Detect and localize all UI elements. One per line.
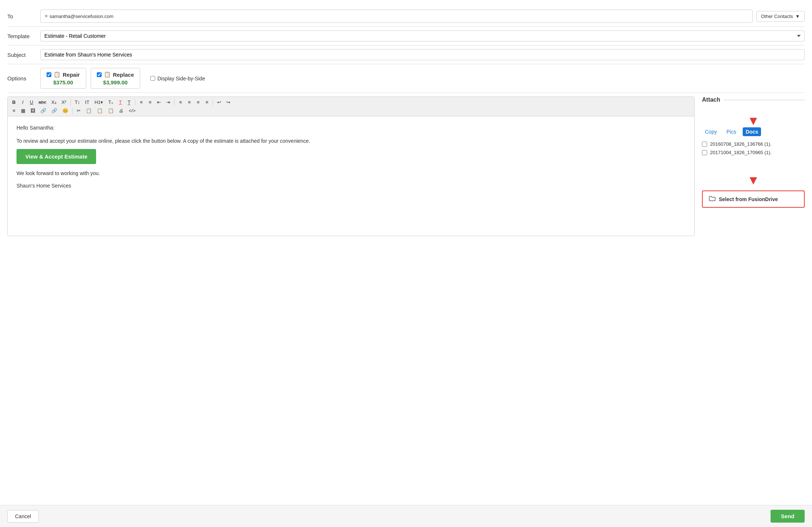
email-tag: ✕ samantha@servicefusion.com: [44, 14, 113, 19]
to-email-value: samantha@servicefusion.com: [50, 14, 113, 19]
greeting-text: Hello Samantha:: [17, 124, 685, 132]
option-replace-price: $3,999.00: [103, 79, 128, 86]
text-color-button[interactable]: T: [116, 98, 124, 106]
highlight-button[interactable]: T̲: [125, 98, 133, 106]
doc-checkbox-2[interactable]: [702, 150, 707, 155]
editor-body[interactable]: Hello Samantha: To review and accept you…: [8, 116, 694, 236]
heading-button[interactable]: H1▾: [92, 98, 106, 106]
align-left-button[interactable]: ≡: [176, 98, 184, 106]
toolbar-sep-5: [72, 108, 73, 114]
tab-pics[interactable]: Pics: [724, 127, 739, 136]
docs-list: 20160708_1826_136766 (1). 20171004_1826_…: [702, 141, 805, 155]
unlink-button[interactable]: 🔗: [49, 107, 59, 115]
other-contacts-button[interactable]: Other Contacts ▼: [756, 11, 805, 22]
bold-button[interactable]: B: [10, 98, 18, 106]
undo-button[interactable]: ↩: [215, 98, 223, 106]
paragraph-button[interactable]: ≡: [10, 107, 18, 115]
indent-button[interactable]: ⇥: [164, 98, 172, 106]
subject-input[interactable]: [40, 49, 805, 60]
cut-button[interactable]: ✂: [74, 107, 83, 115]
option-repair-card: 📋 Repair $375.00: [40, 68, 86, 89]
options-label: Options: [7, 75, 40, 81]
fusion-drive-button[interactable]: Select from FusionDrive: [702, 190, 805, 208]
strikethrough-button[interactable]: abc: [36, 98, 48, 106]
arrow-to-fusiondrive: [702, 166, 805, 185]
attach-panel: Attach Copy Pics Docs 20160708_1826_1367…: [702, 97, 805, 236]
remove-email-icon[interactable]: ✕: [44, 14, 48, 19]
template-label: Template: [7, 33, 40, 39]
subject-label: Subject: [7, 52, 40, 58]
toolbar-sep-1: [70, 99, 71, 106]
align-justify-button[interactable]: ≡: [203, 98, 211, 106]
view-accept-button[interactable]: View & Accept Estimate: [17, 149, 96, 164]
doc-filename-1: 20160708_1826_136766 (1).: [710, 141, 772, 147]
table-button[interactable]: ▦: [19, 107, 28, 115]
option-repair-price: $375.00: [53, 79, 73, 86]
attach-tabs: Copy Pics Docs: [702, 127, 805, 136]
other-contacts-chevron-icon: ▼: [795, 14, 800, 19]
option-repair-icon: 📋: [54, 71, 61, 78]
cancel-button[interactable]: Cancel: [7, 510, 39, 523]
italic-button[interactable]: I: [19, 98, 27, 106]
option-replace-checkbox[interactable]: [97, 72, 102, 77]
option-replace-card: 📋 Replace $3,999.00: [91, 68, 140, 89]
svg-marker-1: [750, 166, 757, 185]
paste-text-button[interactable]: 📋: [106, 107, 116, 115]
align-center-button[interactable]: ≡: [185, 98, 193, 106]
doc-item-2: 20171004_1826_170965 (1).: [702, 150, 805, 155]
redo-button[interactable]: ↪: [224, 98, 233, 106]
toolbar-row-1: B I U abc X₂ X² T↕ tT H1▾ Tₓ T T̲ ≡ ≡: [10, 98, 692, 106]
subscript-button[interactable]: X₂: [49, 98, 59, 106]
attach-divider: [723, 100, 805, 100]
underline-button[interactable]: U: [28, 98, 36, 106]
font-family-button[interactable]: tT: [83, 98, 92, 106]
doc-checkbox-1[interactable]: [702, 142, 707, 147]
copy-button[interactable]: 📋: [84, 107, 94, 115]
signature-text: Shaun's Home Services: [17, 182, 685, 190]
template-select[interactable]: Estimate - Retail Customer: [40, 30, 805, 41]
body1-text: To review and accept your estimate onlin…: [17, 137, 685, 145]
link-button[interactable]: 🔗: [38, 107, 48, 115]
superscript-button[interactable]: X²: [59, 98, 69, 106]
source-button[interactable]: </>: [127, 107, 138, 115]
toolbar-sep-2: [135, 99, 135, 106]
toolbar-sep-4: [213, 99, 213, 106]
svg-marker-0: [750, 107, 757, 125]
ol-button[interactable]: ≡: [146, 98, 154, 106]
toolbar-row-2: ≡ ▦ 🖼 🔗 🔗 😊 ✂ 📋 📋 📋 🖨 </>: [10, 107, 692, 115]
email-editor[interactable]: B I U abc X₂ X² T↕ tT H1▾ Tₓ T T̲ ≡ ≡: [7, 97, 695, 236]
tab-docs[interactable]: Docs: [743, 127, 761, 136]
doc-filename-2: 20171004_1826_170965 (1).: [710, 150, 772, 155]
arrow-to-docs: [702, 107, 805, 125]
clear-format-button[interactable]: Tₓ: [106, 98, 116, 106]
toolbar-sep-3: [174, 99, 175, 106]
print-button[interactable]: 🖨: [117, 107, 126, 115]
option-repair-name: Repair: [63, 72, 80, 78]
option-replace-name: Replace: [113, 72, 134, 78]
align-right-button[interactable]: ≡: [194, 98, 202, 106]
to-input-box[interactable]: ✕ samantha@servicefusion.com: [40, 10, 753, 23]
outdent-button[interactable]: ⇤: [155, 98, 163, 106]
display-sidebyside-label[interactable]: Display Side-by-Side: [150, 76, 205, 81]
to-label: To: [7, 13, 40, 19]
option-repair-checkbox[interactable]: [47, 72, 51, 77]
display-sidebyside-text: Display Side-by-Side: [157, 76, 205, 81]
editor-toolbar: B I U abc X₂ X² T↕ tT H1▾ Tₓ T T̲ ≡ ≡: [8, 97, 694, 116]
fusion-drive-icon: [709, 196, 716, 203]
doc-item-1: 20160708_1826_136766 (1).: [702, 141, 805, 147]
ul-button[interactable]: ≡: [137, 98, 145, 106]
font-size-button[interactable]: T↕: [73, 98, 82, 106]
body2-text: We look forward to working with you.: [17, 169, 685, 177]
other-contacts-label: Other Contacts: [761, 14, 793, 19]
attach-title: Attach: [702, 97, 805, 103]
send-button[interactable]: Send: [771, 510, 805, 523]
display-sidebyside-checkbox[interactable]: [150, 76, 155, 81]
fusion-drive-label: Select from FusionDrive: [719, 196, 778, 202]
option-replace-icon: 📋: [104, 71, 111, 78]
emoji-button[interactable]: 😊: [60, 107, 70, 115]
footer: Cancel Send: [0, 505, 812, 527]
image-button[interactable]: 🖼: [28, 107, 37, 115]
paste-button[interactable]: 📋: [95, 107, 105, 115]
tab-copy[interactable]: Copy: [702, 127, 720, 136]
